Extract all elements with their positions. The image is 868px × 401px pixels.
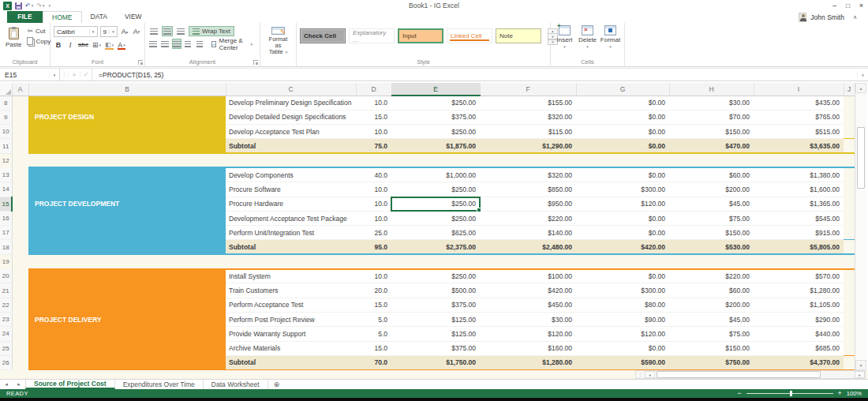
cell-G17[interactable]: $0.00 [576, 226, 669, 240]
selected-cell[interactable]: $250.00 [391, 197, 480, 211]
insert-cells-button[interactable]: + Insert ▾ [554, 25, 575, 56]
cell-D22[interactable]: 15.0 [356, 298, 391, 312]
shrink-font-button[interactable]: A [132, 27, 141, 37]
cell-G14[interactable]: $300.00 [576, 182, 669, 197]
cell-E21[interactable]: $500.00 [391, 283, 480, 298]
font-size-select[interactable]: 9▾ [100, 26, 118, 37]
cell-F24[interactable]: $120.00 [480, 327, 576, 341]
section-block-cell[interactable] [28, 182, 226, 197]
cell-F17[interactable]: $140.00 [480, 226, 576, 240]
formula-input[interactable]: =PRODUCT(D15, 25) [92, 69, 857, 81]
cell-I18[interactable]: $5,805.00 [754, 240, 844, 254]
sheet-tab-expenditures-over-time[interactable]: Expenditures Over Time [115, 380, 204, 389]
cell-E12[interactable] [391, 153, 480, 167]
name-box[interactable]: E15 ▾ [0, 69, 60, 81]
row-header-12[interactable]: 12 [0, 153, 12, 167]
scroll-left-icon[interactable]: ◂ [645, 371, 655, 378]
cell-C17[interactable]: Perform Unit/Integration Test [226, 226, 356, 240]
cell-A25[interactable] [12, 341, 28, 355]
align-center-button[interactable] [160, 39, 170, 49]
cell-I12[interactable] [754, 153, 844, 167]
cell-E22[interactable]: $375.00 [391, 298, 480, 312]
row-header-26[interactable]: 26 [0, 355, 12, 369]
merge-center-button[interactable]: Merge & Center▾ [208, 39, 256, 49]
section-block-cell[interactable] [28, 254, 226, 268]
cell-E8[interactable]: $250.00 [391, 96, 480, 110]
cell-F22[interactable]: $450.00 [480, 298, 576, 312]
cell-E14[interactable]: $250.00 [391, 182, 480, 197]
cell-E16[interactable]: $250.00 [391, 211, 480, 225]
cell-I25[interactable]: $685.00 [754, 341, 844, 355]
section-block-cell[interactable] [28, 167, 226, 182]
zoom-slider[interactable] [746, 393, 833, 394]
cell-G11[interactable]: $0.00 [576, 139, 669, 153]
cell-C13[interactable]: Develop Components [226, 167, 356, 182]
cell-A23[interactable] [12, 312, 28, 326]
cell-F10[interactable]: $115.00 [480, 125, 576, 139]
cell-F21[interactable]: $420.00 [480, 283, 576, 298]
cell-D23[interactable]: 5.0 [356, 312, 391, 326]
cell-G9[interactable]: $0.00 [576, 110, 669, 124]
cell-C10[interactable]: Develop Acceptance Test Plan [226, 125, 356, 139]
row-header-13[interactable]: 13 [0, 167, 12, 182]
cell-F9[interactable]: $320.00 [480, 110, 576, 124]
tab-view[interactable]: VIEW [116, 11, 151, 23]
sheet-tab-source-of-project-cost[interactable]: Source of Project Cost [25, 380, 115, 389]
align-left-button[interactable] [148, 39, 158, 49]
section-block-cell[interactable] [28, 211, 226, 225]
cell-H18[interactable]: $530.00 [669, 240, 754, 254]
cell-D16[interactable]: 10.0 [356, 211, 391, 225]
cell-G13[interactable]: $0.00 [576, 167, 669, 182]
cell-C26[interactable]: Subtotal [226, 355, 356, 369]
cell-F23[interactable]: $30.00 [480, 312, 576, 326]
cell-I26[interactable]: $4,370.00 [754, 355, 844, 369]
next-sheet-icon[interactable]: ▸ [13, 380, 25, 389]
row-header-16[interactable]: 16 [0, 211, 12, 225]
zoom-level[interactable]: 100% [847, 390, 862, 397]
cell-D17[interactable]: 25.0 [356, 226, 391, 240]
cell-C22[interactable]: Perform Acceptance Test [226, 298, 356, 312]
cell-D15[interactable]: 10.0 [356, 197, 391, 211]
cell-G8[interactable]: $0.00 [576, 96, 669, 110]
cell-A21[interactable] [12, 283, 28, 298]
cell-J23[interactable] [844, 312, 855, 326]
row-header-25[interactable]: 25 [0, 341, 12, 355]
cell-F15[interactable]: $950.00 [480, 197, 576, 211]
cell-I9[interactable]: $765.00 [754, 110, 844, 124]
cell-I24[interactable]: $440.00 [754, 327, 844, 341]
cell-G12[interactable] [576, 153, 669, 167]
font-color-button[interactable]: A▾ [117, 39, 126, 50]
column-header-H[interactable]: H [669, 83, 754, 96]
cell-D14[interactable]: 10.0 [356, 182, 391, 197]
format-as-table-button[interactable]: ✎ Format asTable ▾ [264, 26, 293, 56]
section-block-cell[interactable]: PROJECT DESIGN [28, 110, 226, 124]
column-header-E[interactable]: E [391, 83, 480, 96]
close-button[interactable]: × [859, 0, 863, 11]
row-header-10[interactable]: 10 [0, 125, 12, 139]
cell-J9[interactable] [844, 110, 855, 124]
column-header-D[interactable]: D [356, 83, 391, 96]
cell-D8[interactable]: 10.0 [356, 96, 391, 110]
cell-J18[interactable] [844, 240, 855, 254]
cell-C25[interactable]: Archive Materials [226, 341, 356, 355]
cell-E23[interactable]: $125.00 [391, 312, 480, 326]
cell-H9[interactable]: $70.00 [669, 110, 754, 124]
cell-G26[interactable]: $590.00 [576, 355, 669, 369]
cell-A9[interactable] [12, 110, 28, 124]
vertical-scroll-thumb[interactable] [857, 127, 865, 189]
cell-H16[interactable]: $75.00 [669, 211, 754, 225]
cell-C14[interactable]: Procure Software [226, 182, 356, 197]
cell-G21[interactable]: $300.00 [576, 283, 669, 298]
column-header-I[interactable]: I [754, 83, 844, 96]
style-chip-linked[interactable]: Linked Cell [447, 28, 492, 43]
cell-D24[interactable]: 5.0 [356, 327, 391, 341]
cell-J17[interactable] [844, 226, 855, 240]
font-dialog-launcher-icon[interactable] [138, 60, 143, 65]
cell-I20[interactable]: $570.00 [754, 269, 844, 283]
cell-F8[interactable]: $155.00 [480, 96, 576, 110]
cell-H22[interactable]: $200.00 [669, 298, 754, 312]
cell-C23[interactable]: Perform Post Project Review [226, 312, 356, 326]
cell-H24[interactable]: $75.00 [669, 327, 754, 341]
qat-customize-button[interactable]: ▾ [48, 3, 51, 8]
section-block-cell[interactable] [28, 355, 226, 369]
